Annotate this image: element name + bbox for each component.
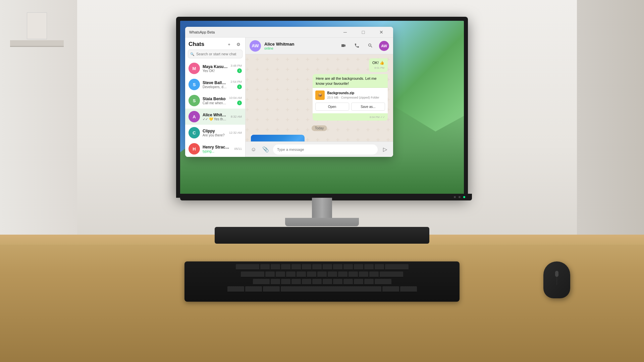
chat-name-4: Alice Whitman (203, 113, 228, 117)
chat-item-4[interactable]: AAlice Whitman✓✓ 💛 Yes that's my fave to… (185, 109, 245, 125)
chat-contact-status: online (264, 47, 335, 50)
chat-item-2[interactable]: SSteve BallmerDevelopers, developers, de… (185, 76, 245, 93)
message-2: Here are all the backgrounds. Let me kno… (313, 74, 388, 121)
monitor-stand-neck (312, 198, 332, 218)
chat-avatar-3: S (189, 95, 200, 106)
chat-window: AW Alice Whitman online (246, 38, 393, 157)
svg-point-6 (270, 141, 285, 141)
monitor-screen-border: WhatsApp Beta ─ □ ✕ Chats + (176, 17, 468, 198)
shelf-item (27, 12, 47, 39)
file-actions: Open Save as... (315, 103, 385, 111)
voice-call-button[interactable] (352, 41, 362, 50)
keyboard (184, 261, 460, 302)
chat-name-2: Steve Ballmer (203, 80, 228, 85)
chat-preview-5: Are you there? (203, 133, 226, 137)
message-input[interactable] (273, 144, 378, 155)
bezel-dot-2 (459, 196, 461, 198)
chat-header-avatar: AW (250, 40, 261, 52)
bezel-dot-1 (454, 196, 456, 198)
file-size: 23.5 MB · Compressed (zipped) Folder (327, 96, 385, 100)
chat-name-1: Maya Kasuma (203, 64, 228, 69)
chat-item-5[interactable]: CClippyAre you there?12:32 AM (185, 125, 245, 141)
image-message: This is beautiful! 8:32 AM (251, 135, 305, 141)
open-file-button[interactable]: Open (315, 103, 349, 111)
whatsapp-window: WhatsApp Beta ─ □ ✕ Chats + (185, 27, 393, 157)
chat-avatar-5: C (189, 127, 200, 138)
chat-avatar-4: A (189, 111, 200, 122)
window-controls: ─ □ ✕ (337, 27, 389, 38)
monitor-screen: WhatsApp Beta ─ □ ✕ Chats + (180, 21, 464, 194)
key-row-4 (187, 286, 457, 292)
chat-preview-6: typing... (203, 149, 231, 153)
file-attachment: 📦 Backgrounds.zip 23.5 MB · Compressed (… (313, 87, 388, 113)
chat-header-actions: AW (339, 41, 389, 51)
send-button[interactable]: ▷ (380, 145, 390, 154)
chat-name-5: Clippy (203, 129, 226, 133)
messages-area: OK! 👍 8:01 PM Here are all the backgroun… (246, 54, 393, 141)
chat-header: AW Alice Whitman online (246, 38, 393, 54)
search-input[interactable] (188, 50, 243, 58)
key-ctrl-r (400, 286, 417, 292)
key-space (281, 286, 381, 292)
image-placeholder (251, 135, 305, 141)
search-box: 🔍 (188, 50, 243, 58)
search-chat-button[interactable] (366, 41, 375, 50)
file-name: Backgrounds.zip (327, 91, 385, 96)
speaker-bar (215, 227, 429, 244)
mouse-scroll (555, 271, 558, 277)
chat-name-6: Henry Strachan (203, 145, 231, 149)
chat-badge-1: 1 (237, 68, 242, 73)
close-button[interactable]: ✕ (374, 27, 389, 38)
chat-avatar-6: H (189, 143, 200, 155)
input-area: ☺ 📎 ▷ (246, 141, 393, 157)
file-icon: 📦 (315, 90, 325, 100)
chat-avatar-2: S (189, 79, 200, 90)
sidebar-title: Chats (189, 41, 204, 48)
date-divider: Today (251, 125, 388, 131)
settings-button[interactable]: ⚙ (235, 41, 242, 48)
profile-button[interactable]: AW (379, 41, 389, 51)
video-call-button[interactable] (339, 41, 348, 50)
key-tab (236, 264, 259, 270)
chat-item-6[interactable]: HHenry Strachantyping...05/11 (185, 141, 245, 157)
emoji-button[interactable]: ☺ (249, 145, 258, 154)
chat-badge-2: 1 (237, 84, 242, 89)
svg-point-5 (270, 141, 285, 141)
key-enter (380, 272, 403, 278)
sidebar-header: Chats + ⚙ (185, 38, 245, 50)
key-backspace (385, 264, 409, 270)
attachment-button[interactable]: 📎 (261, 145, 270, 154)
message-time-1: 8:01 PM (372, 66, 384, 70)
chat-item-3[interactable]: SStaia BenkoCall me when you can because… (185, 93, 245, 109)
key-ctrl-l (227, 286, 244, 292)
app-body: Chats + ⚙ 🔍 MMaya KasumaYes O (185, 38, 393, 157)
message-1: OK! 👍 8:01 PM (369, 58, 388, 72)
chat-time-4: 8:32 AM (231, 115, 242, 118)
chat-header-info: Alice Whitman online (264, 42, 335, 50)
key-row-1 (187, 264, 457, 270)
title-bar: WhatsApp Beta ─ □ ✕ (185, 27, 393, 38)
sidebar-icons: + ⚙ (226, 41, 242, 48)
key-win (245, 286, 262, 292)
chat-time-6: 05/11 (234, 147, 242, 150)
minimize-button[interactable]: ─ (337, 27, 353, 38)
window-title: WhatsApp Beta (189, 30, 337, 34)
chat-time-3: 10:04 AM (229, 96, 242, 100)
key-alt-l (263, 286, 280, 292)
key-caps (241, 272, 264, 278)
new-chat-button[interactable]: + (226, 41, 232, 48)
chat-item-1[interactable]: MMaya KasumaYes OK!3:48 PM1 (185, 60, 245, 76)
chat-preview-3: Call me when you can because... (203, 101, 226, 105)
maximize-button[interactable]: □ (356, 27, 371, 38)
keyboard-keys (184, 261, 460, 295)
key-shift-l (253, 279, 270, 285)
chat-preview-1: Yes OK! (203, 69, 228, 73)
chat-time-5: 12:32 AM (229, 131, 242, 134)
key-row-2 (187, 272, 457, 278)
message-time-2: 8:04 PM ✓✓ (315, 115, 385, 119)
chat-avatar-1: M (189, 63, 200, 74)
mouse (543, 261, 570, 298)
chat-badge-3: 1 (237, 101, 242, 105)
save-file-button[interactable]: Save as... (351, 103, 385, 111)
sidebar: Chats + ⚙ 🔍 MMaya KasumaYes O (185, 38, 246, 157)
